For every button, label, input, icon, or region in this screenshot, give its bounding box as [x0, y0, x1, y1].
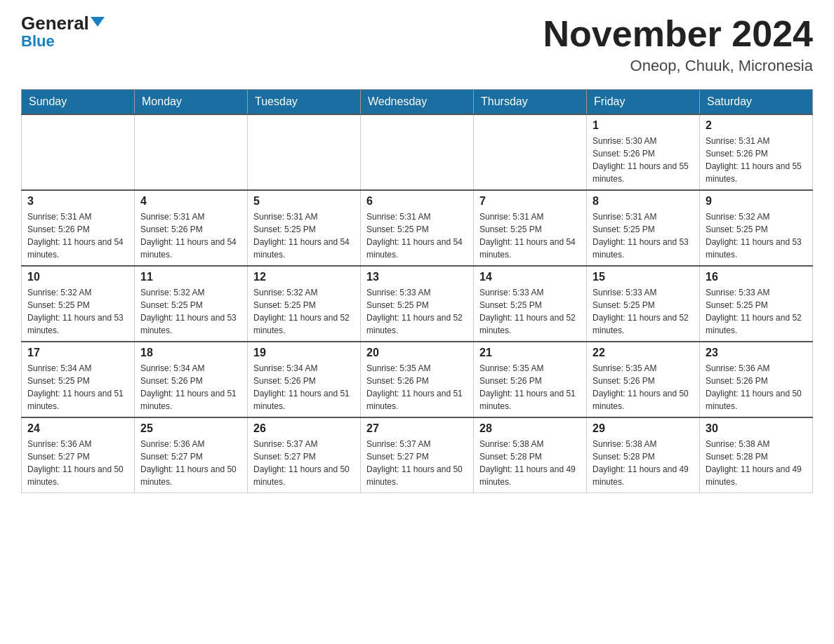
calendar-cell: 23Sunrise: 5:36 AMSunset: 5:26 PMDayligh…: [700, 342, 813, 417]
day-number: 14: [479, 271, 581, 283]
day-info: Sunrise: 5:38 AMSunset: 5:28 PMDaylight:…: [593, 438, 694, 488]
calendar-cell: 18Sunrise: 5:34 AMSunset: 5:26 PMDayligh…: [135, 342, 248, 417]
day-info: Sunrise: 5:30 AMSunset: 5:26 PMDaylight:…: [593, 135, 694, 185]
day-info: Sunrise: 5:36 AMSunset: 5:27 PMDaylight:…: [27, 438, 128, 488]
day-number: 10: [27, 271, 128, 283]
day-info: Sunrise: 5:34 AMSunset: 5:26 PMDaylight:…: [253, 362, 355, 412]
calendar-cell: 27Sunrise: 5:37 AMSunset: 5:27 PMDayligh…: [361, 417, 474, 493]
calendar-cell: 30Sunrise: 5:38 AMSunset: 5:28 PMDayligh…: [700, 417, 813, 493]
calendar-cell: 15Sunrise: 5:33 AMSunset: 5:25 PMDayligh…: [587, 266, 700, 342]
calendar-cell: 26Sunrise: 5:37 AMSunset: 5:27 PMDayligh…: [248, 417, 361, 493]
logo: General Blue: [21, 14, 105, 49]
calendar-cell: 12Sunrise: 5:32 AMSunset: 5:25 PMDayligh…: [248, 266, 361, 342]
day-info: Sunrise: 5:32 AMSunset: 5:25 PMDaylight:…: [27, 286, 128, 337]
day-info: Sunrise: 5:35 AMSunset: 5:26 PMDaylight:…: [479, 362, 581, 412]
day-number: 21: [479, 347, 581, 359]
day-info: Sunrise: 5:31 AMSunset: 5:25 PMDaylight:…: [366, 210, 468, 261]
calendar-cell: 4Sunrise: 5:31 AMSunset: 5:26 PMDaylight…: [135, 190, 248, 266]
calendar-cell: 13Sunrise: 5:33 AMSunset: 5:25 PMDayligh…: [361, 266, 474, 342]
calendar-cell: 16Sunrise: 5:33 AMSunset: 5:25 PMDayligh…: [700, 266, 813, 342]
week-row-5: 24Sunrise: 5:36 AMSunset: 5:27 PMDayligh…: [22, 417, 813, 493]
calendar-cell: 20Sunrise: 5:35 AMSunset: 5:26 PMDayligh…: [361, 342, 474, 417]
day-info: Sunrise: 5:32 AMSunset: 5:25 PMDaylight:…: [706, 210, 807, 261]
calendar-cell: 21Sunrise: 5:35 AMSunset: 5:26 PMDayligh…: [474, 342, 587, 417]
day-info: Sunrise: 5:31 AMSunset: 5:26 PMDaylight:…: [140, 210, 241, 261]
location-subtitle: Oneop, Chuuk, Micronesia: [543, 57, 813, 75]
day-number: 8: [593, 195, 694, 208]
day-info: Sunrise: 5:35 AMSunset: 5:26 PMDaylight:…: [366, 362, 468, 412]
calendar-cell: 10Sunrise: 5:32 AMSunset: 5:25 PMDayligh…: [22, 266, 135, 342]
day-number: 27: [366, 422, 468, 435]
day-number: 22: [593, 347, 694, 359]
day-info: Sunrise: 5:36 AMSunset: 5:27 PMDaylight:…: [140, 438, 241, 488]
weekday-header-row: SundayMondayTuesdayWednesdayThursdayFrid…: [22, 90, 813, 115]
calendar-cell: [248, 114, 361, 190]
day-info: Sunrise: 5:33 AMSunset: 5:25 PMDaylight:…: [479, 286, 581, 337]
header: General Blue November 2024 Oneop, Chuuk,…: [21, 14, 813, 75]
day-info: Sunrise: 5:35 AMSunset: 5:26 PMDaylight:…: [593, 362, 694, 412]
day-number: 16: [706, 271, 807, 283]
calendar-cell: 14Sunrise: 5:33 AMSunset: 5:25 PMDayligh…: [474, 266, 587, 342]
day-number: 7: [479, 195, 581, 208]
calendar-cell: 28Sunrise: 5:38 AMSunset: 5:28 PMDayligh…: [474, 417, 587, 493]
day-number: 11: [140, 271, 241, 283]
month-year-title: November 2024: [543, 14, 813, 54]
day-number: 6: [366, 195, 468, 208]
calendar-cell: 6Sunrise: 5:31 AMSunset: 5:25 PMDaylight…: [361, 190, 474, 266]
day-number: 26: [253, 422, 355, 435]
day-info: Sunrise: 5:32 AMSunset: 5:25 PMDaylight:…: [140, 286, 241, 337]
day-number: 2: [706, 119, 807, 132]
weekday-header-friday: Friday: [587, 90, 700, 115]
calendar-cell: 2Sunrise: 5:31 AMSunset: 5:26 PMDaylight…: [700, 114, 813, 190]
week-row-2: 3Sunrise: 5:31 AMSunset: 5:26 PMDaylight…: [22, 190, 813, 266]
calendar-cell: 1Sunrise: 5:30 AMSunset: 5:26 PMDaylight…: [587, 114, 700, 190]
day-number: 20: [366, 347, 468, 359]
title-area: November 2024 Oneop, Chuuk, Micronesia: [543, 14, 813, 75]
logo-blue: Blue: [21, 34, 55, 49]
day-number: 3: [27, 195, 128, 208]
day-number: 24: [27, 422, 128, 435]
calendar-cell: 3Sunrise: 5:31 AMSunset: 5:26 PMDaylight…: [22, 190, 135, 266]
day-info: Sunrise: 5:32 AMSunset: 5:25 PMDaylight:…: [253, 286, 355, 337]
day-number: 18: [140, 347, 241, 359]
day-number: 17: [27, 347, 128, 359]
day-number: 1: [593, 119, 694, 132]
calendar-cell: 19Sunrise: 5:34 AMSunset: 5:26 PMDayligh…: [248, 342, 361, 417]
calendar-cell: 5Sunrise: 5:31 AMSunset: 5:25 PMDaylight…: [248, 190, 361, 266]
day-number: 5: [253, 195, 355, 208]
day-info: Sunrise: 5:38 AMSunset: 5:28 PMDaylight:…: [706, 438, 807, 488]
calendar-cell: [22, 114, 135, 190]
day-number: 30: [706, 422, 807, 435]
day-info: Sunrise: 5:38 AMSunset: 5:28 PMDaylight:…: [479, 438, 581, 488]
day-number: 4: [140, 195, 241, 208]
day-number: 13: [366, 271, 468, 283]
day-info: Sunrise: 5:31 AMSunset: 5:26 PMDaylight:…: [706, 135, 807, 185]
day-number: 23: [706, 347, 807, 359]
day-info: Sunrise: 5:31 AMSunset: 5:25 PMDaylight:…: [253, 210, 355, 261]
day-number: 25: [140, 422, 241, 435]
day-number: 29: [593, 422, 694, 435]
day-number: 19: [253, 347, 355, 359]
calendar-cell: 17Sunrise: 5:34 AMSunset: 5:25 PMDayligh…: [22, 342, 135, 417]
calendar-cell: [474, 114, 587, 190]
day-info: Sunrise: 5:37 AMSunset: 5:27 PMDaylight:…: [253, 438, 355, 488]
logo-general: General: [21, 14, 105, 32]
day-info: Sunrise: 5:31 AMSunset: 5:25 PMDaylight:…: [479, 210, 581, 261]
day-info: Sunrise: 5:37 AMSunset: 5:27 PMDaylight:…: [366, 438, 468, 488]
calendar-cell: 22Sunrise: 5:35 AMSunset: 5:26 PMDayligh…: [587, 342, 700, 417]
day-info: Sunrise: 5:33 AMSunset: 5:25 PMDaylight:…: [593, 286, 694, 337]
calendar-cell: 11Sunrise: 5:32 AMSunset: 5:25 PMDayligh…: [135, 266, 248, 342]
calendar-cell: 29Sunrise: 5:38 AMSunset: 5:28 PMDayligh…: [587, 417, 700, 493]
day-number: 9: [706, 195, 807, 208]
day-info: Sunrise: 5:31 AMSunset: 5:26 PMDaylight:…: [27, 210, 128, 261]
day-number: 28: [479, 422, 581, 435]
calendar-cell: [361, 114, 474, 190]
calendar-cell: [135, 114, 248, 190]
day-info: Sunrise: 5:33 AMSunset: 5:25 PMDaylight:…: [706, 286, 807, 337]
logo-triangle-icon: [91, 17, 105, 27]
day-number: 15: [593, 271, 694, 283]
weekday-header-wednesday: Wednesday: [361, 90, 474, 115]
weekday-header-sunday: Sunday: [22, 90, 135, 115]
day-info: Sunrise: 5:33 AMSunset: 5:25 PMDaylight:…: [366, 286, 468, 337]
calendar-cell: 8Sunrise: 5:31 AMSunset: 5:25 PMDaylight…: [587, 190, 700, 266]
